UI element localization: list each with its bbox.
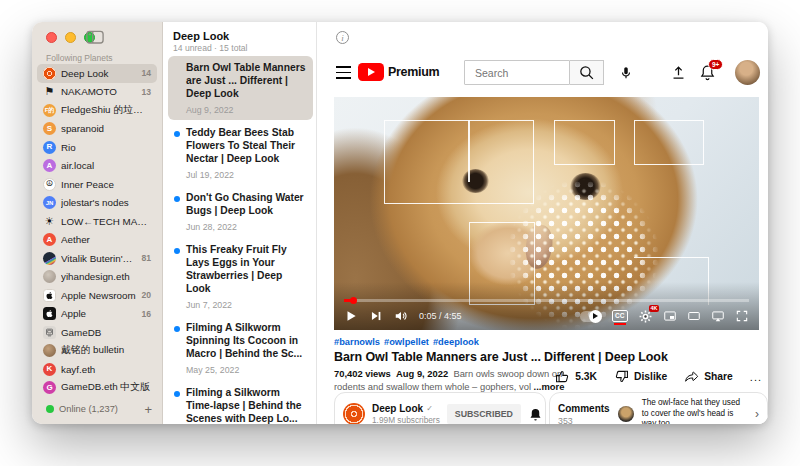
sidebar-item-fledgeshiu[interactable]: F的FledgeShiu 的垃圾堆: [37, 101, 157, 120]
cast-airplay-button[interactable]: [711, 309, 725, 323]
planet-avatar: [43, 326, 56, 339]
comments-title: Comments: [558, 403, 610, 414]
voice-search-icon[interactable]: [614, 61, 638, 85]
channel-avatar[interactable]: [343, 403, 365, 424]
planet-label: FledgeShiu 的垃圾堆: [61, 104, 151, 117]
sidebar-item-air-local[interactable]: Aair.local: [37, 157, 157, 176]
settings-gear-icon[interactable]: 4K: [638, 309, 653, 324]
sidebar-item-jolestar-s-nodes[interactable]: JNjolestar's nodes: [37, 194, 157, 213]
thumbs-up-icon: [555, 369, 570, 384]
video-title: Barn Owl Table Manners are Just ... Diff…: [334, 350, 668, 364]
hashtag-link[interactable]: #owlpellet: [384, 337, 429, 347]
article-title: Don't Go Chasing Water Bugs | Deep Look: [186, 191, 307, 217]
share-button[interactable]: Share: [684, 369, 733, 384]
unread-dot-icon: [174, 391, 180, 397]
planet-avatar: A: [43, 233, 56, 246]
article-info-icon[interactable]: i: [336, 31, 349, 44]
article-content-pane: i Premium 9+: [318, 22, 768, 424]
play-button[interactable]: [344, 309, 358, 323]
planet-label: Rio: [61, 142, 151, 153]
video-player[interactable]: 0:05 / 4:55 CC 4K: [334, 97, 759, 330]
sidebar-item-inner-peace[interactable]: ☮Inner Peace: [37, 175, 157, 194]
add-planet-button[interactable]: +: [144, 403, 152, 416]
search-button[interactable]: [570, 60, 604, 85]
youtube-premium-logo[interactable]: Premium: [358, 63, 439, 81]
planet-label: yihandesign.eth: [61, 271, 151, 282]
comments-card[interactable]: Comments 353 The owl-face hat they used …: [549, 392, 768, 424]
share-icon: [684, 369, 699, 384]
sidebar-item-aether[interactable]: AAether: [37, 231, 157, 250]
article-item[interactable]: Don't Go Chasing Water Bugs | Deep LookJ…: [168, 186, 313, 237]
sidebar-item-low-tech-magazine[interactable]: ☀LOW←TECH MAGAZINE: [37, 212, 157, 231]
article-title: Barn Owl Table Manners are Just ... Diff…: [186, 61, 307, 100]
planet-label: jolestar's nodes: [61, 197, 151, 208]
sidebar-item-rio[interactable]: RRio: [37, 138, 157, 157]
hashtag-link[interactable]: #deeplook: [433, 337, 479, 347]
channel-bell-icon[interactable]: [528, 407, 543, 422]
unread-dot-icon: [174, 131, 180, 137]
planet-label: kayf.eth: [61, 364, 151, 375]
sidebar-item-gamedb-eth[interactable]: GGameDB.eth 中文版: [37, 379, 157, 398]
upload-icon[interactable]: [670, 64, 687, 81]
expand-comments-chevron-icon[interactable]: ›: [755, 407, 759, 421]
dislike-button[interactable]: Dislike: [614, 369, 667, 384]
planet-avatar: [43, 252, 56, 265]
planet-avatar: R: [43, 141, 56, 154]
theater-mode-button[interactable]: [687, 309, 701, 323]
search-box: [464, 60, 570, 85]
planet-avatar: [43, 344, 56, 357]
more-actions-button[interactable]: ...: [750, 371, 762, 383]
article-title: Filming A Silkworm Spinning Its Cocoon i…: [186, 321, 307, 360]
article-item[interactable]: Barn Owl Table Manners are Just ... Diff…: [168, 56, 313, 120]
toggle-sidebar-icon[interactable]: [86, 30, 104, 45]
sidebar-item-gamedb[interactable]: GameDB: [37, 323, 157, 342]
notification-count-badge: 9+: [708, 59, 723, 70]
dislike-label: Dislike: [634, 371, 667, 382]
notifications-bell-icon[interactable]: 9+: [699, 64, 716, 81]
search-input[interactable]: [473, 66, 569, 80]
unread-count-badge: 14: [141, 68, 151, 78]
feed-title: Deep Look: [173, 30, 229, 42]
online-status-icon: [46, 405, 54, 413]
channel-name[interactable]: Deep Look: [372, 403, 423, 414]
article-item[interactable]: Filming A Silkworm Spinning Its Cocoon i…: [168, 316, 313, 380]
subscribed-button[interactable]: SUBSCRIBED: [447, 404, 521, 424]
sidebar-item-vitalik-buterin-s-we[interactable]: Vitalik Buterin's we...81: [37, 249, 157, 268]
menu-icon[interactable]: [336, 66, 351, 79]
volume-icon[interactable]: [394, 309, 408, 323]
sidebar-item-deep-look[interactable]: Deep Look14: [37, 64, 157, 83]
next-button[interactable]: [369, 309, 383, 323]
fullscreen-button[interactable]: [735, 309, 749, 323]
sidebar-item-apple[interactable]: Apple16: [37, 305, 157, 324]
article-item[interactable]: Teddy Bear Bees Stab Flowers To Steal Th…: [168, 121, 313, 185]
planet-label: Inner Peace: [61, 179, 151, 190]
miniplayer-button[interactable]: [663, 309, 677, 323]
autoplay-toggle[interactable]: [580, 311, 602, 322]
unread-dot-icon: [174, 326, 180, 332]
sidebar-item-nakamoto[interactable]: ⚑NAKAMOTO13: [37, 83, 157, 102]
article-item[interactable]: Filming a Silkworm Time-lapse | Behind t…: [168, 381, 313, 424]
planet-avatar: F的: [43, 104, 56, 117]
app-window: Following Planets Deep Look14⚑NAKAMOTO13…: [32, 22, 768, 424]
captions-button[interactable]: CC: [612, 310, 628, 322]
planet-avatar: [43, 67, 56, 80]
article-item[interactable]: This Freaky Fruit Fly Lays Eggs in Your …: [168, 238, 313, 315]
commenter-avatar: [618, 406, 634, 422]
account-avatar[interactable]: [735, 60, 760, 85]
sidebar-item-yihandesign-eth[interactable]: yihandesign.eth: [37, 268, 157, 287]
sidebar-item-kayf-eth[interactable]: Kkayf.eth: [37, 360, 157, 379]
sidebar-item-bulletin[interactable]: 戴铭的 bulletin: [37, 342, 157, 361]
planet-avatar: S: [43, 122, 56, 135]
minimize-window-button[interactable]: [65, 32, 76, 43]
hashtag-link[interactable]: #barnowls: [334, 337, 380, 347]
sidebar-item-apple-newsroom[interactable]: Apple Newsroom20: [37, 286, 157, 305]
video-overlay-graphic: [554, 120, 615, 165]
close-window-button[interactable]: [46, 32, 57, 43]
sidebar-item-sparanoid[interactable]: Ssparanoid: [37, 120, 157, 139]
time-display: 0:05 / 4:55: [419, 311, 462, 321]
like-button[interactable]: 5.3K: [555, 369, 597, 384]
sidebar: Following Planets Deep Look14⚑NAKAMOTO13…: [32, 22, 163, 424]
article-date: Jun 28, 2022: [186, 222, 307, 232]
video-meta: 70,402 views Aug 9, 2022 Barn owls swoop…: [334, 368, 592, 393]
planet-label: LOW←TECH MAGAZINE: [61, 216, 151, 227]
